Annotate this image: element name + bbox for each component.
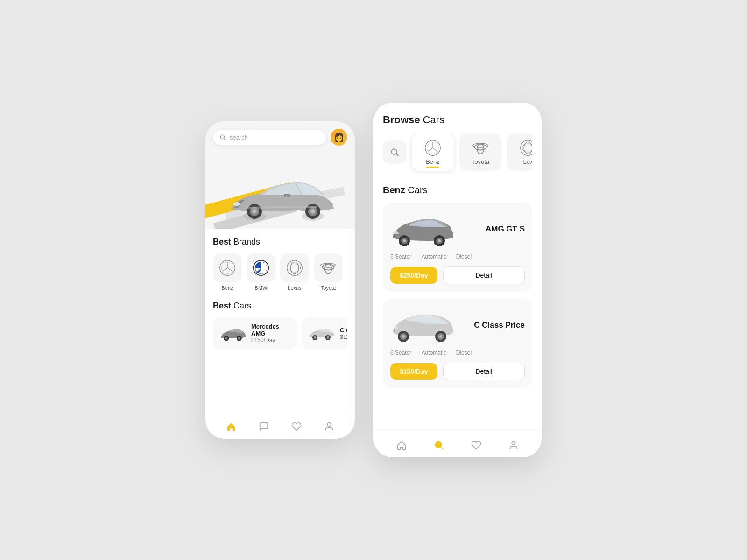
filter-search-button[interactable] xyxy=(383,140,406,164)
lexus-car-image: L xyxy=(226,168,338,224)
cclass-spec-transmission: Automatic xyxy=(421,350,446,356)
bmw-logo xyxy=(253,259,269,276)
svg-point-23 xyxy=(325,264,331,274)
right-bottom-nav xyxy=(374,433,542,457)
svg-line-41 xyxy=(433,148,438,151)
left-content: Best Brands Benz xyxy=(205,229,355,414)
svg-point-50 xyxy=(403,239,406,242)
search-icon xyxy=(219,134,226,140)
hero-car: L xyxy=(210,149,355,224)
cclass-price-button[interactable]: $150/Day xyxy=(390,363,437,380)
right-nav-home[interactable] xyxy=(395,439,408,452)
mercedes-logo xyxy=(219,259,236,276)
cclass-detail-button[interactable]: Detail xyxy=(443,363,525,380)
cclass-price: $120/Day xyxy=(340,334,347,340)
amg-detail-button[interactable]: Detail xyxy=(443,266,525,284)
left-bottom-nav xyxy=(205,414,355,439)
amg-listing-card: AMG GT S 5 Seater Automatic Diesel $250/… xyxy=(383,203,532,292)
right-nav-user[interactable] xyxy=(507,439,520,452)
benz-filter-box: Benz xyxy=(412,133,454,171)
amg-mini-image xyxy=(218,324,247,343)
best-cars-list: Mercedes AMG $150/Day C Class $120/Day xyxy=(213,317,347,349)
avatar[interactable]: 👩 xyxy=(331,129,347,146)
search-bar[interactable]: search xyxy=(213,130,326,145)
svg-line-40 xyxy=(428,148,433,151)
svg-point-4 xyxy=(233,202,240,206)
svg-point-31 xyxy=(314,336,317,339)
left-phone: search 👩 xyxy=(205,121,355,439)
amg-spec-seater: 5 Seater xyxy=(390,253,411,260)
brand-item-lexus[interactable]: Lexus xyxy=(280,253,309,291)
avatar-image: 👩 xyxy=(331,129,347,146)
svg-point-35 xyxy=(391,149,397,154)
svg-point-42 xyxy=(477,144,484,154)
spec-divider xyxy=(451,254,451,259)
spec-divider xyxy=(451,350,451,356)
nav-home[interactable] xyxy=(225,420,238,433)
svg-point-33 xyxy=(327,336,330,339)
amg-price-button[interactable]: $250/Day xyxy=(390,267,437,284)
svg-point-61 xyxy=(394,327,398,329)
cclass-info: C Class $120/Day xyxy=(340,327,347,340)
toyota-filter-logo xyxy=(472,140,489,156)
svg-point-62 xyxy=(436,442,442,448)
lexus-filter-box: Lex xyxy=(507,133,532,171)
bmw-label: BMW xyxy=(255,285,268,291)
right-nav-search[interactable] xyxy=(432,439,445,452)
amg-price: $150/Day xyxy=(251,337,291,343)
nav-user[interactable] xyxy=(323,420,336,433)
search-bar-wrapper: search 👩 xyxy=(213,129,347,146)
right-nav-heart[interactable] xyxy=(470,439,483,452)
lexus-filter-label: Lex xyxy=(523,158,532,165)
amg-listing-specs: 5 Seater Automatic Diesel xyxy=(390,253,525,260)
amg-listing-name: AMG GT S xyxy=(486,224,525,234)
brand-item-benz[interactable]: Benz xyxy=(213,253,242,291)
svg-line-17 xyxy=(227,268,233,271)
toyota-filter-box: Toyota xyxy=(459,133,501,171)
amg-listing-image xyxy=(390,210,456,248)
amg-spec-transmission: Automatic xyxy=(421,253,446,260)
filter-brand-benz[interactable]: Benz xyxy=(412,133,454,171)
amg-spec-fuel: Diesel xyxy=(456,253,472,260)
brand-item-toyota[interactable]: Toyota xyxy=(314,253,343,291)
best-brands-title: Best Brands xyxy=(213,237,347,247)
brand-filter-list: Benz Toyota xyxy=(383,133,532,175)
svg-point-0 xyxy=(220,135,224,139)
amg-listing-actions: $250/Day Detail xyxy=(390,266,525,284)
amg-listing-header: AMG GT S xyxy=(390,210,525,248)
car-card-cclass[interactable]: C Class $120/Day xyxy=(302,317,347,349)
brand-list: Benz BMW xyxy=(213,253,347,293)
svg-point-29 xyxy=(238,337,241,340)
nav-chat[interactable] xyxy=(257,420,270,433)
nav-heart[interactable] xyxy=(290,420,303,433)
toyota-logo-box xyxy=(314,253,343,282)
svg-text:L: L xyxy=(286,195,287,197)
cclass-mini-image xyxy=(307,324,335,343)
svg-point-27 xyxy=(225,337,228,340)
svg-line-16 xyxy=(222,268,227,271)
cclass-spec-fuel: Diesel xyxy=(456,350,472,356)
cclass-listing-actions: $150/Day Detail xyxy=(390,363,525,380)
search-placeholder: search xyxy=(230,134,248,141)
toyota-label: Toyota xyxy=(321,285,336,291)
car-card-amg[interactable]: Mercedes AMG $150/Day xyxy=(213,317,297,349)
brand-item-bmw[interactable]: BMW xyxy=(247,253,275,291)
benz-filter-logo xyxy=(424,140,441,156)
filter-brand-lexus[interactable]: Lex xyxy=(507,133,532,171)
benz-label: Benz xyxy=(221,285,233,291)
spec-divider xyxy=(416,350,416,356)
lexus-logo-box xyxy=(280,253,309,282)
benz-logo-box xyxy=(213,253,242,282)
benz-cars-title: Benz Cars xyxy=(383,185,532,196)
svg-point-54 xyxy=(393,231,399,234)
cclass-listing-name: C Class Price xyxy=(474,321,525,330)
cclass-listing-header: C Class Price xyxy=(390,307,525,344)
svg-point-57 xyxy=(402,335,405,338)
spec-divider xyxy=(416,254,416,259)
lexus-label: Lexus xyxy=(288,285,301,291)
filter-brand-toyota[interactable]: Toyota xyxy=(459,133,501,171)
best-cars-title: Best Cars xyxy=(213,301,347,311)
benz-filter-label: Benz xyxy=(426,158,440,165)
lexus-logo xyxy=(286,259,303,276)
cclass-listing-image xyxy=(390,307,456,344)
